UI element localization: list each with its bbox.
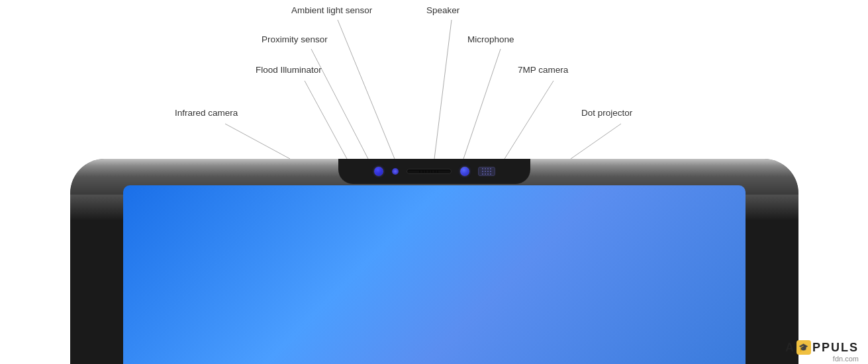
dot-projector-rect bbox=[478, 167, 495, 176]
speaker-slot bbox=[407, 169, 452, 174]
dot-projector-component bbox=[474, 167, 495, 176]
svg-line-7 bbox=[571, 124, 621, 159]
notch bbox=[338, 159, 530, 184]
watermark-text: A bbox=[785, 341, 795, 355]
speaker-dot bbox=[419, 170, 420, 173]
speaker-component bbox=[403, 169, 456, 174]
speaker-grid bbox=[419, 170, 438, 173]
screen-area bbox=[123, 185, 746, 364]
phone-body bbox=[70, 159, 798, 364]
proximity-sensor-label: Proximity sensor bbox=[262, 34, 328, 44]
watermark: A 🎓 PPULS bbox=[785, 340, 859, 355]
camera-7mp-label: 7MP camera bbox=[518, 65, 568, 75]
watermark-icon: 🎓 bbox=[796, 340, 811, 355]
speaker-dot bbox=[422, 170, 424, 173]
flood-illuminator-label: Flood Illuminator bbox=[256, 65, 322, 75]
microphone-label: Microphone bbox=[467, 34, 514, 44]
speaker-dot bbox=[428, 170, 430, 173]
infrared-camera-label: Infrared camera bbox=[175, 108, 238, 118]
speaker-dot bbox=[431, 170, 432, 173]
svg-line-0 bbox=[338, 20, 395, 159]
svg-line-2 bbox=[311, 49, 368, 159]
front-camera-dot bbox=[459, 166, 470, 177]
watermark-text2: PPULS bbox=[812, 341, 859, 355]
diagram-container: Ambient light sensor Speaker Proximity s… bbox=[0, 0, 868, 364]
svg-line-1 bbox=[434, 20, 452, 159]
svg-line-6 bbox=[225, 124, 290, 159]
svg-line-5 bbox=[505, 81, 554, 159]
flood-illuminator-dot bbox=[392, 168, 399, 175]
infrared-camera-dot bbox=[373, 166, 384, 177]
speaker-dot bbox=[425, 170, 426, 173]
infrared-camera-component bbox=[373, 166, 384, 177]
dot-projector-label: Dot projector bbox=[581, 108, 632, 118]
speaker-dot bbox=[437, 170, 438, 173]
front-camera-component bbox=[459, 166, 470, 177]
ambient-light-sensor-label: Ambient light sensor bbox=[291, 5, 372, 15]
svg-line-3 bbox=[463, 49, 501, 159]
watermark-domain: fdn.com bbox=[833, 355, 859, 363]
svg-line-4 bbox=[305, 81, 347, 159]
speaker-label: Speaker bbox=[426, 5, 459, 15]
speaker-dot bbox=[434, 170, 436, 173]
flood-illuminator-component bbox=[388, 168, 399, 175]
